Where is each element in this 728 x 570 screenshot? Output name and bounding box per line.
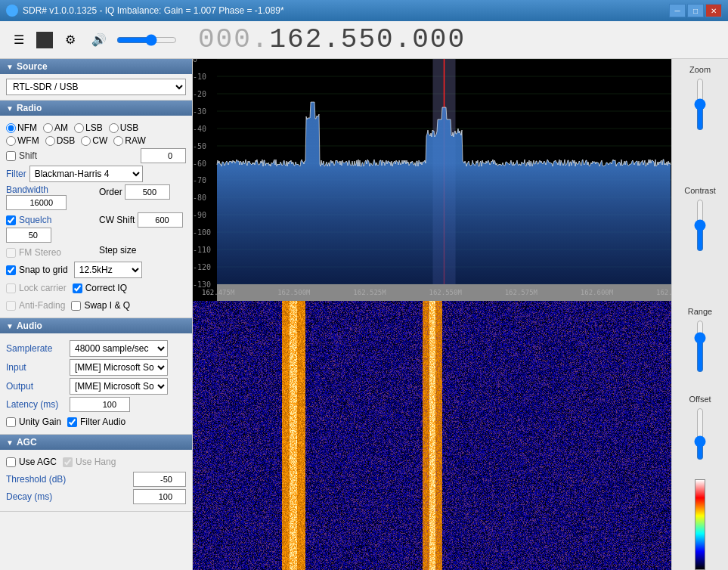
mode-usb: USB bbox=[109, 122, 139, 133]
swap-iq-label: Swap I & Q bbox=[84, 300, 130, 311]
window-controls: ─ □ ✕ bbox=[669, 4, 722, 17]
main-area: ▼ Source RTL-SDR / USB ▼ Radio NFM bbox=[0, 59, 728, 570]
step-dropdown[interactable]: 12.5kHz 5kHz 25kHz bbox=[74, 262, 142, 278]
order-input[interactable] bbox=[125, 184, 170, 200]
radio-header[interactable]: ▼ Radio bbox=[0, 101, 192, 116]
nfm-radio[interactable] bbox=[6, 123, 16, 133]
input-label: Input bbox=[6, 362, 67, 373]
lock-carrier-row: Lock carrier bbox=[6, 283, 67, 293]
agc-header[interactable]: ▼ AGC bbox=[0, 435, 192, 450]
waterfall-display bbox=[193, 301, 671, 570]
contrast-slider[interactable] bbox=[692, 199, 708, 252]
mode-row-2: WFM DSB CW RAW bbox=[6, 135, 186, 146]
cw-shift-input[interactable] bbox=[138, 212, 183, 228]
latency-input[interactable] bbox=[70, 397, 130, 412]
squelch-checkbox[interactable] bbox=[6, 215, 16, 225]
bandwidth-input[interactable] bbox=[6, 195, 67, 210]
range-slider-section: Range bbox=[672, 301, 728, 389]
decay-label: Decay (ms) bbox=[6, 491, 52, 502]
close-button[interactable]: ✕ bbox=[705, 4, 722, 17]
shift-checkbox[interactable] bbox=[6, 151, 16, 161]
waterfall-sliders: Range Offset bbox=[671, 301, 728, 570]
source-header[interactable]: ▼ Source bbox=[0, 59, 192, 74]
source-label: Source bbox=[17, 61, 48, 72]
raw-radio[interactable] bbox=[113, 136, 123, 146]
toolbar: ☰ ⚙ 🔊 000.162.550.000 bbox=[0, 21, 728, 59]
fm-stereo-row: FM Stereo bbox=[6, 247, 93, 258]
fm-stereo-col: FM Stereo bbox=[6, 245, 93, 260]
mode-dsb: DSB bbox=[45, 135, 76, 146]
shift-label: Shift bbox=[19, 150, 37, 161]
menu-button[interactable]: ☰ bbox=[8, 29, 30, 51]
maximize-button[interactable]: □ bbox=[687, 4, 704, 17]
audio-header[interactable]: ▼ Audio bbox=[0, 318, 192, 333]
correct-iq-row: Correct IQ bbox=[73, 283, 127, 293]
unity-gain-checkbox[interactable] bbox=[6, 417, 16, 427]
am-radio[interactable] bbox=[43, 123, 53, 133]
mode-raw: RAW bbox=[113, 135, 146, 146]
audio-content: Samplerate 48000 sample/sec Input [MME] … bbox=[0, 333, 192, 434]
offset-slider[interactable] bbox=[692, 407, 708, 460]
output-dropdown[interactable]: [MME] Microsoft Soun bbox=[70, 378, 168, 395]
am-label: AM bbox=[54, 122, 68, 133]
dsb-radio[interactable] bbox=[45, 136, 55, 146]
threshold-input[interactable] bbox=[133, 472, 186, 487]
zoom-slider[interactable] bbox=[692, 78, 708, 131]
agc-section: ▼ AGC Use AGC Use Hang Threshold (dB) bbox=[0, 435, 192, 512]
use-hang-label: Use Hang bbox=[76, 457, 116, 467]
cw-radio[interactable] bbox=[81, 136, 91, 146]
filter-audio-checkbox[interactable] bbox=[67, 417, 77, 427]
unity-filter-row: Unity Gain Filter Audio bbox=[6, 414, 186, 429]
volume-button[interactable]: 🔊 bbox=[88, 29, 110, 51]
contrast-label: Contrast bbox=[684, 186, 716, 195]
wfm-radio[interactable] bbox=[6, 136, 16, 146]
waterfall-canvas[interactable] bbox=[193, 301, 671, 570]
step-size-label: Step size bbox=[99, 245, 136, 256]
cwshift-col: CW Shift bbox=[99, 212, 186, 243]
shift-row: Shift bbox=[6, 148, 186, 163]
swap-iq-checkbox[interactable] bbox=[71, 301, 81, 311]
radio-collapse-icon: ▼ bbox=[6, 104, 14, 113]
correct-iq-checkbox[interactable] bbox=[73, 283, 82, 293]
squelch-col: Squelch bbox=[6, 212, 93, 243]
spectrum-canvas[interactable] bbox=[193, 59, 671, 301]
lock-carrier-checkbox[interactable] bbox=[6, 283, 16, 293]
squelch-cw-row: Squelch CW Shift bbox=[6, 212, 186, 243]
filter-dropdown[interactable]: Blackman-Harris 4 bbox=[29, 166, 143, 182]
stop-button[interactable] bbox=[36, 32, 53, 48]
antifade-swap-row: Anti-Fading Swap I & Q bbox=[6, 298, 186, 313]
range-slider[interactable] bbox=[692, 320, 708, 373]
use-hang-row: Use Hang bbox=[63, 457, 116, 467]
anti-fading-checkbox[interactable] bbox=[6, 301, 16, 311]
use-agc-checkbox[interactable] bbox=[6, 457, 16, 467]
squelch-check-row: Squelch bbox=[6, 215, 93, 225]
waterfall-area: Range Offset bbox=[193, 301, 728, 570]
mode-cw: CW bbox=[81, 135, 107, 146]
cw-shift-label: CW Shift bbox=[99, 215, 135, 225]
agc-content: Use AGC Use Hang Threshold (dB) Decay (m… bbox=[0, 450, 192, 511]
squelch-input[interactable] bbox=[6, 228, 51, 243]
lsb-radio[interactable] bbox=[74, 123, 84, 133]
raw-label: RAW bbox=[125, 135, 146, 146]
mode-am: AM bbox=[43, 122, 68, 133]
titlebar: SDR# v1.0.0.1325 - IQ Imbalance: Gain = … bbox=[0, 0, 728, 21]
volume-slider[interactable] bbox=[116, 34, 177, 46]
fm-stereo-label: FM Stereo bbox=[19, 247, 61, 258]
threshold-label: Threshold (dB) bbox=[6, 474, 66, 485]
minimize-button[interactable]: ─ bbox=[669, 4, 686, 17]
samplerate-dropdown[interactable]: 48000 sample/sec bbox=[70, 340, 168, 357]
usb-radio[interactable] bbox=[109, 123, 119, 133]
input-dropdown[interactable]: [MME] Microsoft Soun bbox=[70, 359, 168, 376]
audio-label: Audio bbox=[17, 321, 42, 331]
unity-gain-row: Unity Gain bbox=[6, 417, 61, 427]
decay-input[interactable] bbox=[133, 489, 186, 504]
source-content: RTL-SDR / USB bbox=[0, 74, 192, 100]
fm-stereo-checkbox[interactable] bbox=[6, 248, 16, 258]
mode-nfm: NFM bbox=[6, 122, 37, 133]
use-hang-checkbox[interactable] bbox=[63, 457, 73, 467]
snap-checkbox[interactable] bbox=[6, 265, 16, 275]
shift-input[interactable] bbox=[141, 148, 186, 163]
samplerate-row: Samplerate 48000 sample/sec bbox=[6, 340, 186, 357]
settings-button[interactable]: ⚙ bbox=[59, 29, 82, 51]
device-dropdown[interactable]: RTL-SDR / USB bbox=[6, 79, 186, 95]
